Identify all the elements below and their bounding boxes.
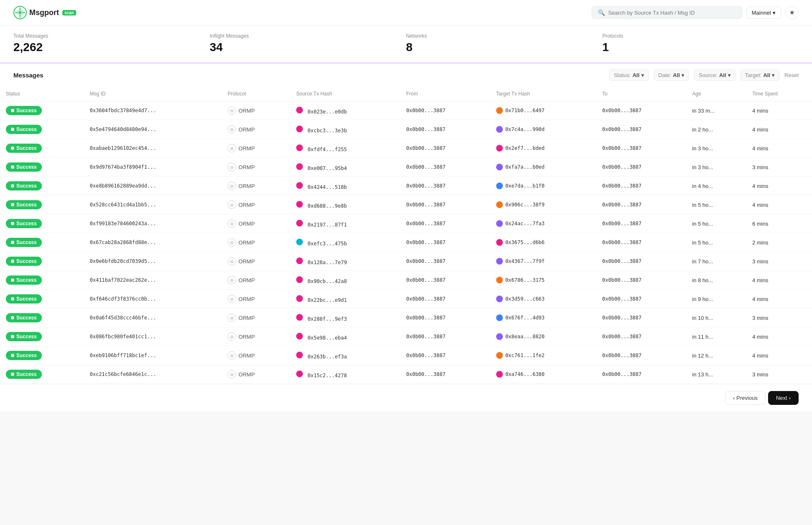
cell-age: in 3 ho... xyxy=(686,158,747,177)
logo: Msgport scan xyxy=(13,6,76,19)
cell-status: Success xyxy=(0,101,84,120)
reset-button[interactable]: Reset xyxy=(784,72,799,78)
status-dot xyxy=(11,203,14,206)
protocol-name: ORMP xyxy=(238,164,255,170)
table-row[interactable]: Success 0xf646cdf3f8376cc0b... ⊙ ORMP 0x… xyxy=(0,290,812,309)
status-badge: Success xyxy=(6,294,42,304)
status-badge: Success xyxy=(6,125,42,134)
cell-from: 0x0b00...3887 xyxy=(400,196,490,214)
target-chain-icon xyxy=(496,220,503,227)
search-input[interactable] xyxy=(608,10,736,16)
status-badge: Success xyxy=(6,257,42,266)
stat-value: 8 xyxy=(406,41,594,54)
col-age: Age xyxy=(686,87,747,101)
cell-to: 0x0b00...3887 xyxy=(597,271,686,290)
cell-msg-id: 0x5e4794640d8480e94... xyxy=(84,120,222,139)
cell-to: 0x0b00...3887 xyxy=(597,290,686,309)
cell-age: in 8 ho... xyxy=(686,271,747,290)
status-filter[interactable]: Status: All ▾ xyxy=(609,69,648,81)
col-time-spent: Time Spent xyxy=(746,87,812,101)
cell-protocol: ⊙ ORMP xyxy=(222,196,290,214)
cell-status: Success xyxy=(0,214,84,233)
cell-time-spent: 4 mins xyxy=(746,196,812,214)
table-row[interactable]: Success 0x5e4794640d8480e94... ⊙ ORMP 0x… xyxy=(0,120,812,139)
source-chain-icon xyxy=(296,144,303,151)
table-row[interactable]: Success 0x411baf7022eac262e... ⊙ ORMP 0x… xyxy=(0,271,812,290)
status-badge: Success xyxy=(6,144,42,153)
target-filter[interactable]: Target: All ▾ xyxy=(740,69,779,81)
cell-to: 0x0b00...3887 xyxy=(597,196,686,214)
protocol-name: ORMP xyxy=(238,145,255,152)
source-chain-icon xyxy=(296,107,303,113)
theme-toggle[interactable]: ☀ xyxy=(785,6,799,19)
target-chain-icon xyxy=(496,126,503,133)
source-filter[interactable]: Source: All ▾ xyxy=(694,69,735,81)
table-row[interactable]: Success 0x67cab28a2868fd88e... ⊙ ORMP 0x… xyxy=(0,233,812,252)
cell-source-tx: 0x4244...518b xyxy=(290,177,400,196)
table-row[interactable]: Success 0x3604fbdc37849e4d7... ⊙ ORMP 0x… xyxy=(0,101,812,120)
cell-time-spent: 4 mins xyxy=(746,177,812,196)
next-label: Next xyxy=(776,395,787,401)
table-row[interactable]: Success 0x086fbc980fe401cc1... ⊙ ORMP 0x… xyxy=(0,327,812,346)
table-row[interactable]: Success 0x9d97674ba3f8904f1... ⊙ ORMP 0x… xyxy=(0,158,812,177)
cell-msg-id: 0x411baf7022eac262e... xyxy=(84,271,222,290)
date-filter-label: Date: xyxy=(658,72,671,78)
cell-status: Success xyxy=(0,365,84,384)
cell-from: 0x0b00...3887 xyxy=(400,252,490,271)
cell-time-spent: 6 mins xyxy=(746,214,812,233)
previous-button[interactable]: ‹ Previous xyxy=(725,391,766,405)
protocol-name: ORMP xyxy=(238,239,255,246)
table-row[interactable]: Success 0xabaeb1296102ec454... ⊙ ORMP 0x… xyxy=(0,139,812,158)
target-filter-label: Target: xyxy=(745,72,762,78)
table-row[interactable]: Success 0xc21c56bcfe6846e1c... ⊙ ORMP 0x… xyxy=(0,365,812,384)
network-selector[interactable]: Mainnet ▾ xyxy=(746,7,781,19)
protocol-name: ORMP xyxy=(238,183,255,189)
table-row[interactable]: Success 0xeb9106bff718bc1ef... ⊙ ORMP 0x… xyxy=(0,346,812,365)
cell-time-spent: 4 mins xyxy=(746,327,812,346)
cell-status: Success xyxy=(0,346,84,365)
search-bar[interactable]: 🔍 xyxy=(592,6,742,19)
table-row[interactable]: Success 0xf99183e784600243a... ⊙ ORMP 0x… xyxy=(0,214,812,233)
target-tx-hash: 0xe7da...b1f0 xyxy=(505,183,545,189)
cell-target-tx: 0xc761...1fe2 xyxy=(490,346,597,365)
col-source-tx: Source Tx Hash xyxy=(290,87,400,101)
table-row[interactable]: Success 0x528cc6431cd4a1bb5... ⊙ ORMP 0x… xyxy=(0,196,812,214)
stat-label: Total Messages xyxy=(13,33,201,39)
status-filter-label: Status: xyxy=(614,72,630,78)
target-chain-icon xyxy=(496,277,503,283)
filter-bar: Messages Status: All ▾ Date: All ▾ Sourc… xyxy=(0,64,812,87)
protocol-name: ORMP xyxy=(238,371,255,378)
logo-text: Msgport xyxy=(29,8,59,17)
target-tx-hash: 0x24ac...7fa3 xyxy=(505,221,545,226)
cell-protocol: ⊙ ORMP xyxy=(222,327,290,346)
target-chain-icon xyxy=(496,371,503,378)
cell-from: 0x0b00...3887 xyxy=(400,177,490,196)
next-button[interactable]: Next › xyxy=(768,391,799,405)
protocol-name: ORMP xyxy=(238,126,255,133)
source-chain-icon xyxy=(296,126,303,132)
cell-time-spent: 4 mins xyxy=(746,101,812,120)
cell-from: 0x0b00...3887 xyxy=(400,271,490,290)
date-filter-value: All xyxy=(673,72,680,78)
stat-value: 2,262 xyxy=(13,41,201,54)
source-chain-icon xyxy=(296,182,303,189)
cell-protocol: ⊙ ORMP xyxy=(222,139,290,158)
cell-time-spent: 3 mins xyxy=(746,158,812,177)
cell-protocol: ⊙ ORMP xyxy=(222,290,290,309)
status-badge: Success xyxy=(6,275,42,285)
messages-table: Status Msg ID Protocol Source Tx Hash Fr… xyxy=(0,87,812,384)
target-chain-icon xyxy=(496,201,503,208)
table-row[interactable]: Success 0x0a6f45d38ccc46bfe... ⊙ ORMP 0x… xyxy=(0,309,812,327)
protocol-icon: ⊙ xyxy=(228,370,236,378)
pagination: ‹ Previous Next › xyxy=(0,384,812,412)
cell-age: in 33 m... xyxy=(686,101,747,120)
date-filter[interactable]: Date: All ▾ xyxy=(654,69,689,81)
status-dot xyxy=(11,335,14,338)
stat-value: 1 xyxy=(602,41,790,54)
cell-msg-id: 0xeb9106bff718bc1ef... xyxy=(84,346,222,365)
table-row[interactable]: Success 0x0e6bfdb20cd7039d5... ⊙ ORMP 0x… xyxy=(0,252,812,271)
cell-from: 0x0b00...3887 xyxy=(400,365,490,384)
cell-from: 0x0b00...3887 xyxy=(400,158,490,177)
table-row[interactable]: Success 0xe8b896162889ea9dd... ⊙ ORMP 0x… xyxy=(0,177,812,196)
source-chain-icon xyxy=(296,257,303,264)
